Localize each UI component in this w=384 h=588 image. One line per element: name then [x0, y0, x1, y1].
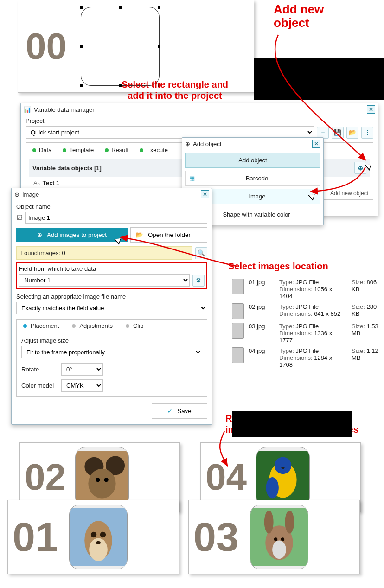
add-object-button[interactable]: ⊕ [354, 162, 366, 174]
close-icon[interactable]: ✕ [201, 190, 209, 198]
svg-point-4 [96, 478, 100, 482]
image-titlebar: ⊕ Image ✕ [12, 188, 212, 200]
subtab-adjustments[interactable]: Adjustments [65, 320, 119, 332]
search-button[interactable]: 🔍 [195, 247, 207, 259]
svg-point-8 [275, 457, 291, 474]
image-dialog: ⊕ Image ✕ Object name 🖼 ⊕ Add images to … [11, 188, 212, 425]
file-thumb [232, 303, 244, 319]
object-name-input[interactable] [25, 212, 207, 224]
vdm-icon: 📊 [24, 106, 31, 113]
file-name: 04.jpg [249, 347, 275, 354]
text-type-icon: Aₐ [33, 179, 40, 186]
save-project-button[interactable]: 💾 [332, 127, 344, 139]
tab-data[interactable]: Data [28, 145, 56, 156]
file-row[interactable]: 02.jpg Type: JPG File Dimensions: 641 x … [231, 301, 384, 321]
field-select[interactable]: Number 1 [19, 274, 190, 287]
project-label: Project [21, 115, 378, 124]
barcode-icon: ▦ [189, 175, 195, 182]
project-select[interactable]: Quick start project [26, 126, 314, 139]
svg-point-15 [96, 541, 101, 544]
svg-point-22 [281, 537, 284, 541]
placeholder-number: 00 [26, 25, 67, 68]
file-row[interactable]: 04.jpg Type: JPG File Dimensions: 1284 x… [231, 345, 384, 370]
file-name: 01.jpg [249, 279, 275, 286]
color-select[interactable]: CMYK [61, 379, 103, 392]
open-folder-button[interactable]: 📂 Open the folder [130, 227, 207, 243]
selecting-label: Selecting an appropriate image file name [16, 293, 207, 300]
vdm-title: Variable data manager [34, 106, 95, 113]
vdm-titlebar: 📊 Variable data manager ✕ [21, 103, 378, 115]
opt-barcode[interactable]: ▦ Barcode [185, 171, 320, 186]
result-card-03: 03 [188, 500, 360, 574]
selecting-select[interactable]: Exactly matches the field value [16, 302, 207, 314]
image-icon: 🖼 [16, 214, 22, 221]
menu-button[interactable]: ⋮ [361, 127, 373, 139]
file-row[interactable]: 01.jpg Type: JPG File Dimensions: 1056 x… [231, 277, 384, 301]
rotate-select[interactable]: 0° [61, 363, 103, 376]
subtab-clip[interactable]: Clip [119, 320, 150, 332]
adjust-select[interactable]: Fit to the frame proportionally [21, 346, 202, 358]
result-image [256, 447, 310, 507]
file-thumb [232, 279, 244, 294]
cursor-icon [366, 162, 376, 172]
file-thumb [232, 323, 244, 339]
file-name: 02.jpg [249, 303, 275, 310]
file-name: 03.jpg [249, 323, 275, 330]
close-icon[interactable]: ✕ [367, 105, 375, 114]
result-card-01: 01 [7, 500, 179, 574]
add-object-titlebar: ⊕ Add object ✕ [182, 138, 323, 150]
file-thumb [232, 347, 244, 363]
adjust-label: Adjust image size [21, 337, 202, 344]
svg-point-19 [285, 511, 294, 534]
tab-execute[interactable]: Execute [135, 145, 173, 156]
svg-point-9 [266, 477, 279, 499]
annotation-add-new-object: Add new object [274, 3, 324, 29]
open-project-button[interactable]: 📂 [346, 127, 358, 139]
object-text1[interactable]: Text 1 [43, 179, 60, 186]
svg-point-3 [88, 469, 115, 499]
folder-icon: 📂 [135, 231, 143, 238]
svg-point-13 [91, 532, 96, 537]
field-settings-button[interactable]: ⚙ [192, 275, 205, 287]
annotation-select-images: Select images location [228, 261, 328, 272]
result-image [75, 447, 129, 507]
tab-template[interactable]: Template [58, 145, 98, 156]
search-icon: 🔍 [198, 249, 205, 256]
svg-point-14 [100, 532, 106, 537]
file-row[interactable]: 03.jpg Type: JPG File Dimensions: 1336 x… [231, 321, 384, 345]
field-label: Field from which to take data [19, 265, 205, 272]
found-images-bar: Found images: 0 [16, 246, 192, 260]
save-button[interactable]: ✓ Save [152, 403, 207, 419]
result-image [250, 505, 308, 569]
annotation-select-rectangle: Select the rectangle and add it into the… [122, 79, 228, 101]
svg-point-5 [104, 478, 109, 482]
object-name-label: Object name [16, 203, 207, 210]
file-list: 01.jpg Type: JPG File Dimensions: 1056 x… [229, 274, 384, 373]
result-image [69, 505, 128, 569]
tab-result[interactable]: Result [100, 145, 133, 156]
cursor-icon [116, 236, 125, 246]
plus-icon: ⊕ [37, 231, 42, 238]
black-occlusion-result [232, 411, 352, 437]
color-label: Color model [21, 382, 58, 389]
svg-point-20 [272, 540, 286, 559]
opt-add-object[interactable]: Add object [185, 153, 320, 168]
add-project-button[interactable]: ＋ [317, 127, 329, 139]
black-occlusion-top [254, 58, 384, 100]
rotate-label: Rotate [21, 366, 58, 373]
svg-point-21 [274, 537, 277, 541]
rectangle-frame[interactable] [81, 7, 160, 86]
settings-icon: ⚙ [196, 277, 201, 284]
check-icon: ✓ [167, 408, 173, 415]
add-images-button[interactable]: ⊕ Add images to project [16, 228, 128, 242]
close-icon[interactable]: ✕ [312, 140, 320, 148]
subtab-placement[interactable]: Placement [17, 320, 65, 332]
svg-point-18 [264, 511, 274, 534]
cursor-icon [310, 192, 319, 202]
